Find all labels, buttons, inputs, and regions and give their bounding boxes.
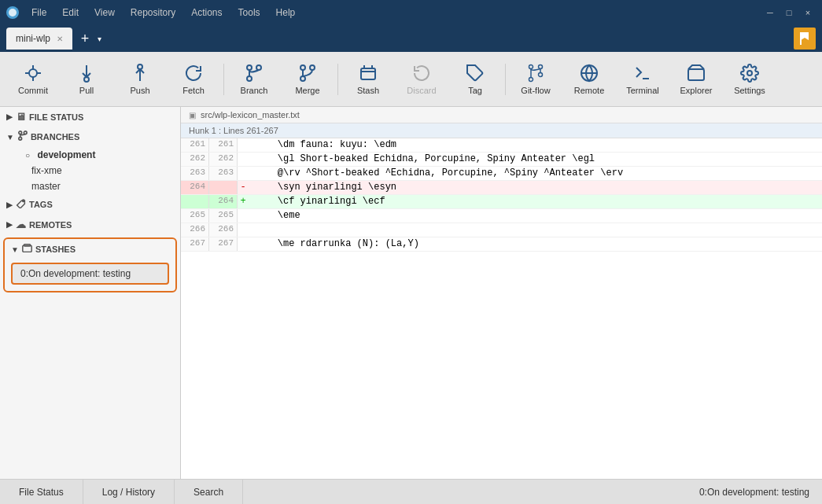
sidebar-section-stashes[interactable]: ▼ STASHES: [5, 239, 175, 259]
tab-close-button[interactable]: ✕: [57, 35, 63, 43]
discard-label: Discard: [407, 86, 436, 95]
svg-point-17: [310, 65, 315, 70]
branch-fix-xme-label: fix-xme: [31, 165, 62, 176]
pull-button[interactable]: Pull: [60, 56, 113, 103]
push-button[interactable]: Push: [113, 56, 167, 103]
diff-file-path: src/wlp-lexicon_master.txt: [201, 110, 300, 120]
stash-item-0[interactable]: 0:On development: testing: [11, 263, 169, 285]
diff-line-content: @\rv ^Short-beaked ^Echidna, Porcupine, …: [249, 167, 822, 180]
tag-button[interactable]: Tag: [448, 56, 502, 103]
diff-content[interactable]: 261261 \dm fauna: kuyu: \edm262262 \gl S…: [181, 138, 822, 479]
menu-repository[interactable]: Repository: [124, 6, 182, 20]
diff-line-new-num: 262: [209, 153, 238, 166]
svg-point-25: [529, 64, 533, 68]
commit-button[interactable]: Commit: [6, 56, 60, 103]
discard-button[interactable]: Discard: [395, 56, 448, 103]
remote-button[interactable]: Remote: [562, 56, 616, 103]
diff-line-marker: [238, 167, 249, 180]
sidebar-section-file-status[interactable]: ▶ 🖥 FILE STATUS: [0, 107, 180, 127]
menu-actions[interactable]: Actions: [185, 6, 228, 20]
tag-label: Tag: [468, 86, 482, 95]
sidebar: ▶ 🖥 FILE STATUS ▼ BRANCHES development f…: [0, 107, 181, 479]
title-bar-left: File Edit View Repository Actions Tools …: [6, 6, 301, 20]
close-button[interactable]: ×: [800, 5, 816, 20]
content-area: ▣ src/wlp-lexicon_master.txt Hunk 1 : Li…: [181, 107, 822, 479]
sidebar-section-remotes[interactable]: ▶ ☁ REMOTES: [0, 215, 180, 234]
tab-mini-wlp[interactable]: mini-wlp ✕: [6, 28, 72, 50]
branch-development[interactable]: development: [0, 147, 180, 163]
maximize-button[interactable]: □: [781, 5, 797, 20]
stashes-label: STASHES: [35, 245, 76, 254]
monitor-icon: 🖥: [16, 111, 26, 123]
diff-line-new-num: 264: [209, 195, 238, 208]
tab-label: mini-wlp: [16, 33, 50, 44]
diff-line-new-num: 263: [209, 167, 238, 180]
main-container: ▶ 🖥 FILE STATUS ▼ BRANCHES development f…: [0, 107, 822, 479]
diff-line-content: \gl Short-beaked Echidna, Porcupine, Spi…: [249, 153, 822, 166]
menu-file[interactable]: File: [25, 6, 53, 20]
sidebar-section-branches[interactable]: ▼ BRANCHES: [0, 127, 180, 147]
stashes-section-outline: ▼ STASHES 0:On development: testing: [3, 237, 177, 292]
branch-button[interactable]: Branch: [227, 56, 281, 103]
new-tab-button[interactable]: +: [76, 29, 94, 48]
diff-line-content: \eme: [249, 209, 822, 223]
settings-label: Settings: [734, 86, 765, 95]
svg-point-27: [539, 64, 543, 68]
separator-1: [223, 64, 224, 95]
diff-header: ▣ src/wlp-lexicon_master.txt: [181, 107, 822, 123]
diff-line-old-num: [181, 195, 209, 208]
fetch-button[interactable]: Fetch: [167, 56, 220, 103]
minimize-button[interactable]: ─: [762, 5, 778, 20]
diff-line-new-num: [209, 181, 238, 194]
diff-line-marker: -: [238, 181, 249, 194]
diff-line-old-num: 263: [181, 167, 209, 180]
menu-tools[interactable]: Tools: [232, 6, 267, 20]
diff-line-new-num: 266: [209, 223, 238, 237]
settings-button[interactable]: Settings: [723, 56, 776, 103]
stash-button[interactable]: Stash: [341, 56, 395, 103]
bottom-tab-search[interactable]: Search: [175, 480, 243, 504]
bottom-tab-file-status[interactable]: File Status: [0, 480, 83, 504]
separator-3: [505, 64, 506, 95]
merge-button[interactable]: Merge: [281, 56, 334, 103]
diff-line-old-num: 264: [181, 181, 209, 194]
diff-line-old-num: 266: [181, 223, 209, 237]
branch-development-label: development: [37, 149, 95, 160]
toolbar: Commit Pull Push Fetch Branch Mer: [0, 52, 822, 107]
sidebar-section-tags[interactable]: ▶ TAGS: [0, 194, 180, 215]
title-bar-right: ─ □ ×: [762, 5, 816, 20]
explorer-button[interactable]: Explorer: [669, 56, 723, 103]
separator-2: [337, 64, 338, 95]
diff-line: 261261 \dm fauna: kuyu: \edm: [181, 138, 822, 153]
branch-fix-xme[interactable]: fix-xme: [0, 163, 180, 178]
diff-line-content: \syn yinarlingi \esyn: [249, 181, 822, 194]
svg-point-36: [19, 137, 22, 140]
svg-point-3: [29, 69, 37, 77]
diff-line-old-num: 265: [181, 209, 209, 223]
menu-help[interactable]: Help: [270, 6, 302, 20]
diff-line: 264- \syn yinarlingi \esyn: [181, 181, 822, 195]
svg-point-37: [24, 131, 27, 134]
diff-line-old-num: 262: [181, 153, 209, 166]
diff-line-new-num: 261: [209, 138, 238, 152]
svg-point-0: [9, 9, 17, 17]
diff-line: 262262 \gl Short-beaked Echidna, Porcupi…: [181, 153, 822, 167]
diff-line-marker: +: [238, 195, 249, 208]
bottom-tab-log-history[interactable]: Log / History: [83, 480, 175, 504]
chevron-right-icon: ▶: [6, 112, 13, 121]
remote-label: Remote: [574, 86, 605, 95]
branch-master-label: master: [31, 181, 61, 192]
title-bar: File Edit View Repository Actions Tools …: [0, 0, 822, 25]
diff-line-content: \me rdarrunka (N): (La,Y): [249, 237, 822, 251]
commit-label: Commit: [18, 86, 48, 95]
gitflow-button[interactable]: Git-flow: [509, 56, 562, 103]
bottom-status-text: 0:On development: testing: [687, 484, 822, 501]
menu-view[interactable]: View: [88, 6, 121, 20]
bottom-tab-search-label: Search: [194, 487, 223, 498]
svg-rect-33: [688, 69, 704, 80]
branch-master[interactable]: master: [0, 178, 180, 194]
menu-edit[interactable]: Edit: [56, 6, 85, 20]
tab-dropdown-button[interactable]: ▾: [98, 35, 101, 43]
terminal-button[interactable]: Terminal: [616, 56, 669, 103]
explorer-label: Explorer: [680, 86, 713, 95]
